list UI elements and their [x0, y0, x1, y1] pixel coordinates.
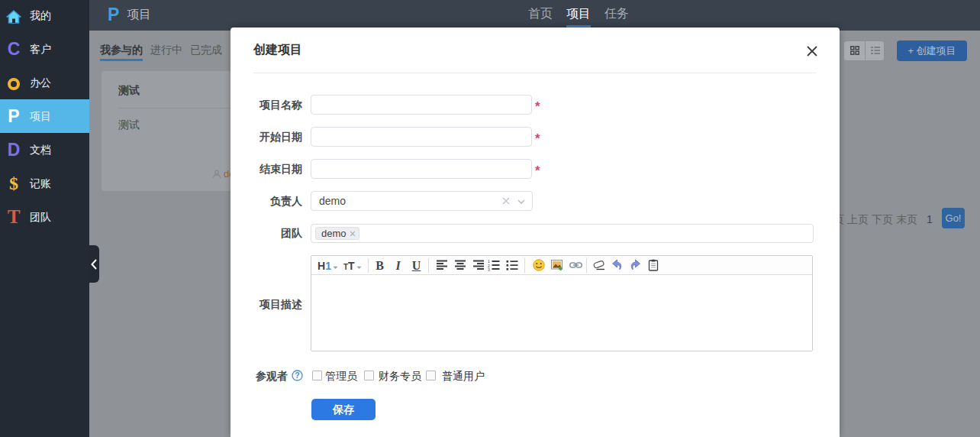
svg-text:3: 3	[488, 267, 490, 271]
svg-text:?: ?	[295, 371, 299, 380]
